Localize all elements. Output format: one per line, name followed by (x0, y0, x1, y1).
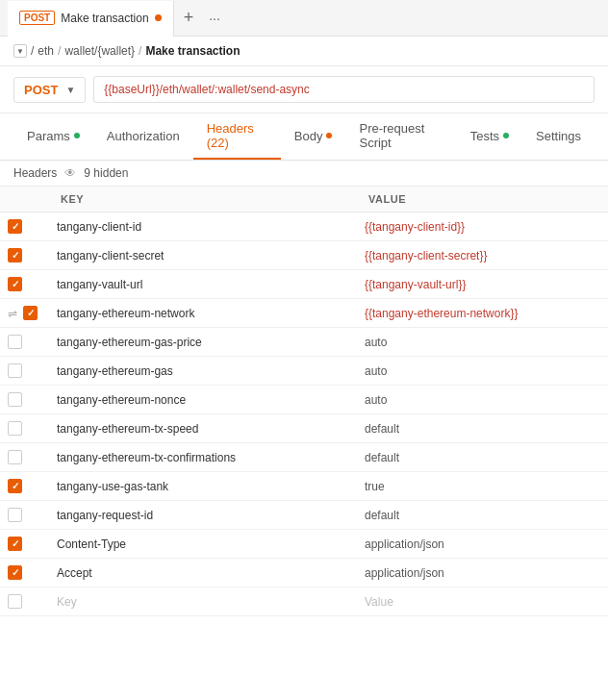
row-value[interactable]: auto (355, 357, 608, 386)
row-key[interactable]: Accept (47, 559, 355, 588)
row-checkbox[interactable] (8, 335, 22, 349)
tab-method-badge: POST (19, 11, 55, 25)
table-row: tangany-vault-url{{tangany-vault-url}} (0, 270, 608, 299)
breadcrumb-arrow[interactable]: ▼ (13, 44, 27, 58)
breadcrumb-slash: / (31, 44, 34, 58)
tab-bar: POST Make transaction + ··· (0, 0, 608, 37)
row-checkbox[interactable] (8, 594, 22, 609)
headers-label: Headers (13, 166, 57, 180)
row-value[interactable]: application/json (355, 530, 608, 559)
url-input[interactable] (93, 76, 595, 103)
row-key[interactable]: tangany-ethereum-gas-price (47, 328, 355, 357)
tab-authorization[interactable]: Authorization (93, 121, 193, 153)
row-key[interactable]: tangany-use-gas-tank (47, 472, 355, 501)
row-checkbox[interactable] (23, 306, 38, 320)
row-key[interactable]: Content-Type (47, 530, 355, 559)
table-row: Content-Typeapplication/json (0, 530, 608, 559)
row-checkbox[interactable] (8, 479, 22, 493)
tab-settings[interactable]: Settings (522, 121, 595, 153)
row-key[interactable]: Key (47, 588, 355, 616)
table-row: tangany-client-id{{tangany-client-id}} (0, 212, 608, 241)
tab-body[interactable]: Body (281, 121, 346, 153)
tab-pre-request[interactable]: Pre-request Script (345, 113, 456, 160)
tab-params-label: Params (27, 129, 70, 143)
active-tab[interactable]: POST Make transaction (8, 1, 174, 38)
method-label: POST (24, 83, 58, 97)
table-row: tangany-ethereum-gasauto (0, 357, 608, 386)
row-key[interactable]: tangany-client-secret (47, 241, 355, 270)
row-checkbox[interactable] (8, 219, 22, 234)
row-value[interactable]: {{tangany-ethereum-network}} (355, 299, 608, 328)
tab-pre-request-label: Pre-request Script (359, 121, 443, 150)
row-value[interactable]: {{tangany-client-secret}} (355, 241, 608, 270)
row-value[interactable]: {{tangany-client-id}} (355, 212, 608, 241)
table-row: Acceptapplication/json (0, 559, 608, 588)
table-row: KeyValue (0, 588, 608, 616)
row-checkbox[interactable] (8, 421, 22, 436)
tests-dot (503, 133, 509, 138)
row-checkbox[interactable] (8, 565, 22, 580)
method-select[interactable]: POST ▼ (13, 77, 86, 103)
tab-settings-label: Settings (536, 129, 581, 143)
row-key[interactable]: tangany-ethereum-gas (47, 357, 355, 386)
hidden-count: 9 hidden (84, 166, 128, 180)
row-key[interactable]: tangany-ethereum-tx-confirmations (47, 443, 355, 472)
method-chevron: ▼ (65, 85, 75, 95)
add-tab-button[interactable]: + (174, 8, 204, 28)
eye-icon: 👁 (64, 166, 76, 180)
tab-body-label: Body (294, 129, 323, 143)
row-key[interactable]: tangany-ethereum-nonce (47, 386, 355, 414)
breadcrumb-wallet: wallet/{wallet} (64, 44, 135, 58)
url-bar: POST ▼ (0, 66, 608, 113)
table-row: ⇌tangany-ethereum-network{{tangany-ether… (0, 299, 608, 328)
row-key[interactable]: tangany-request-id (47, 501, 355, 530)
tab-label: Make transaction (61, 12, 148, 25)
col-value: VALUE (355, 187, 608, 212)
headers-sub-bar: Headers 👁 9 hidden (0, 161, 608, 187)
row-value[interactable]: auto (355, 328, 608, 357)
headers-table: KEY VALUE tangany-client-id{{tangany-cli… (0, 187, 608, 616)
table-row: tangany-ethereum-tx-confirmationsdefault (0, 443, 608, 472)
row-checkbox[interactable] (8, 277, 22, 291)
row-value[interactable]: default (355, 443, 608, 472)
col-key: KEY (47, 187, 355, 212)
tab-tests-label: Tests (470, 129, 499, 143)
nav-tabs: Params Authorization Headers (22) Body P… (0, 113, 608, 161)
row-value[interactable]: default (355, 501, 608, 530)
row-checkbox[interactable] (8, 537, 22, 551)
breadcrumb-current: Make transaction (145, 44, 240, 58)
col-checkbox (0, 187, 47, 212)
row-value[interactable]: auto (355, 386, 608, 414)
row-checkbox[interactable] (8, 450, 22, 464)
row-checkbox[interactable] (8, 508, 22, 522)
params-dot (74, 133, 80, 138)
row-value[interactable]: default (355, 414, 608, 443)
more-tabs-button[interactable]: ··· (203, 11, 226, 26)
row-key[interactable]: tangany-client-id (47, 212, 355, 241)
table-row: tangany-client-secret{{tangany-client-se… (0, 241, 608, 270)
table-row: tangany-request-iddefault (0, 501, 608, 530)
row-value[interactable]: application/json (355, 559, 608, 588)
tab-tests[interactable]: Tests (457, 121, 522, 153)
table-row: tangany-ethereum-gas-priceauto (0, 328, 608, 357)
table-row: tangany-ethereum-nonceauto (0, 386, 608, 414)
table-row: tangany-ethereum-tx-speeddefault (0, 414, 608, 443)
row-key[interactable]: tangany-vault-url (47, 270, 355, 299)
body-dot (326, 133, 332, 138)
tab-authorization-label: Authorization (107, 129, 180, 143)
tab-dot (155, 14, 162, 21)
row-checkbox[interactable] (8, 363, 22, 378)
row-value[interactable]: {{tangany-vault-url}} (355, 270, 608, 299)
breadcrumb: ▼ / eth / wallet/{wallet} / Make transac… (0, 37, 608, 66)
tab-headers[interactable]: Headers (22) (193, 113, 281, 160)
table-row: tangany-use-gas-tanktrue (0, 472, 608, 501)
tab-params[interactable]: Params (13, 121, 93, 153)
row-checkbox[interactable] (8, 248, 22, 262)
row-value[interactable]: true (355, 472, 608, 501)
filter-icon: ⇌ (8, 307, 17, 320)
breadcrumb-eth: eth (38, 44, 54, 58)
row-checkbox[interactable] (8, 392, 22, 407)
row-value[interactable]: Value (355, 588, 608, 616)
row-key[interactable]: tangany-ethereum-tx-speed (47, 414, 355, 443)
row-key[interactable]: tangany-ethereum-network (47, 299, 355, 328)
